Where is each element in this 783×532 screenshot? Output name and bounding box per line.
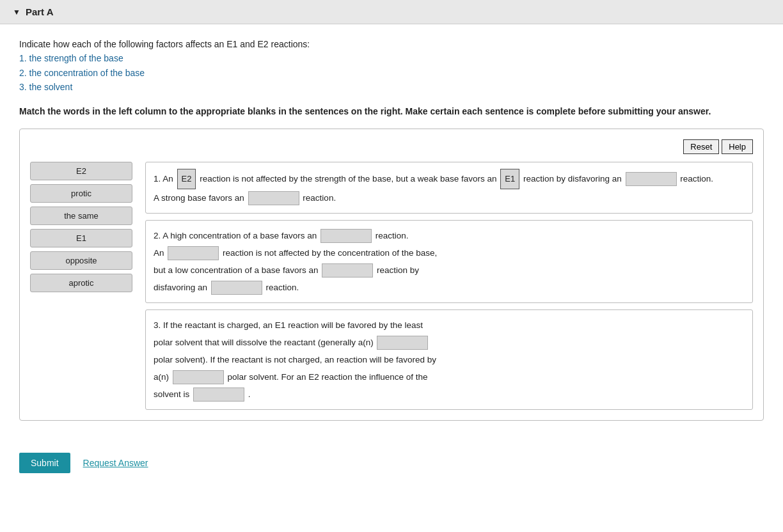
s3-text7: . <box>248 389 251 399</box>
s1-blank-2[interactable] <box>248 191 299 205</box>
s2-blank-2[interactable] <box>168 246 219 260</box>
match-container: Reset Help E2 protic the same E1 opposit… <box>19 129 764 421</box>
s1-blank-e2[interactable]: E2 <box>177 169 196 189</box>
s3-text4: a(n) <box>154 372 171 382</box>
page-wrapper: ▼ Part A Indicate how each of the follow… <box>0 0 783 480</box>
s1-text4: reaction. <box>680 173 713 183</box>
reset-help-row: Reset Help <box>30 139 753 154</box>
s3-text3: polar solvent). If the reactant is not c… <box>154 355 436 364</box>
word-item-the-same[interactable]: the same <box>30 207 132 225</box>
s1-text2: reaction is not affected by the strength… <box>200 173 499 183</box>
content-area: Indicate how each of the following facto… <box>0 24 783 434</box>
help-button[interactable]: Help <box>722 139 753 154</box>
s1-blank-e1[interactable]: E1 <box>500 169 519 189</box>
right-column: 1. An E2 reaction is not affected by the… <box>145 162 753 410</box>
s3-text5: polar solvent. For an E2 reaction the in… <box>228 372 428 382</box>
s2-text3: An <box>154 248 166 258</box>
word-item-aprotic[interactable]: aprotic <box>30 274 132 292</box>
part-header: ▼ Part A <box>0 0 783 24</box>
instructions: Indicate how each of the following facto… <box>19 37 764 95</box>
s1-text3: reaction by disfavoring an <box>523 173 624 183</box>
part-title: Part A <box>26 6 54 17</box>
reset-button[interactable]: Reset <box>683 139 719 154</box>
s1-blank-1[interactable] <box>626 172 677 186</box>
s2-text4: reaction is not affected by the concentr… <box>223 248 437 258</box>
s3-blank-1[interactable] <box>377 336 428 350</box>
word-item-opposite[interactable]: opposite <box>30 251 132 270</box>
s2-text2: reaction. <box>376 231 409 240</box>
s2-blank-4[interactable] <box>211 281 262 295</box>
intro-text: Indicate how each of the following facto… <box>19 37 764 51</box>
list-item-1: 1. the strength of the base <box>19 51 764 65</box>
s2-text7: disfavoring an <box>154 283 210 292</box>
word-item-e1[interactable]: E1 <box>30 229 132 247</box>
sentence-box-3: 3. If the reactant is charged, an E1 rea… <box>145 309 753 410</box>
s3-text6: solvent is <box>154 389 192 399</box>
s2-text8: reaction. <box>266 283 299 292</box>
sentence-box-2: 2. A high concentration of a base favors… <box>145 220 753 303</box>
s2-text5: but a low concentration of a base favors… <box>154 265 320 275</box>
s3-text2: polar solvent that will dissolve the rea… <box>154 338 376 347</box>
submit-button[interactable]: Submit <box>19 453 70 473</box>
request-answer-button[interactable]: Request Answer <box>83 458 148 468</box>
bottom-actions: Submit Request Answer <box>0 446 783 480</box>
s1-text1: 1. An <box>154 173 176 183</box>
s2-blank-3[interactable] <box>322 263 373 278</box>
s3-text1: 3. If the reactant is charged, an E1 rea… <box>154 320 423 330</box>
match-instruction: Match the words in the left column to th… <box>19 105 764 118</box>
s1-text6: reaction. <box>303 193 336 203</box>
s2-text1: 2. A high concentration of a base favors… <box>154 231 319 240</box>
word-item-e2[interactable]: E2 <box>30 162 132 180</box>
word-item-protic[interactable]: protic <box>30 184 132 203</box>
list-item-2: 2. the concentration of the base <box>19 66 764 80</box>
s2-text6: reaction by <box>377 265 419 275</box>
list-item-3: 3. the solvent <box>19 80 764 94</box>
s3-blank-2[interactable] <box>173 370 224 384</box>
main-columns: E2 protic the same E1 opposite aprotic 1… <box>30 162 753 410</box>
s2-blank-1[interactable] <box>320 229 372 243</box>
sentence-box-1: 1. An E2 reaction is not affected by the… <box>145 162 753 214</box>
left-column: E2 protic the same E1 opposite aprotic <box>30 162 132 292</box>
collapse-arrow-icon[interactable]: ▼ <box>13 8 20 17</box>
s3-blank-3[interactable] <box>193 387 244 402</box>
s1-text5: A strong base favors an <box>154 193 247 203</box>
